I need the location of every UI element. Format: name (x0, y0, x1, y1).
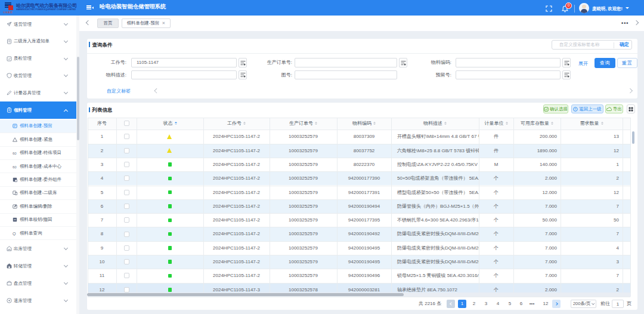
svg-text:60: 60 (13, 152, 17, 155)
svg-text:60: 60 (13, 165, 17, 168)
svg-text:Q: Q (13, 231, 16, 235)
